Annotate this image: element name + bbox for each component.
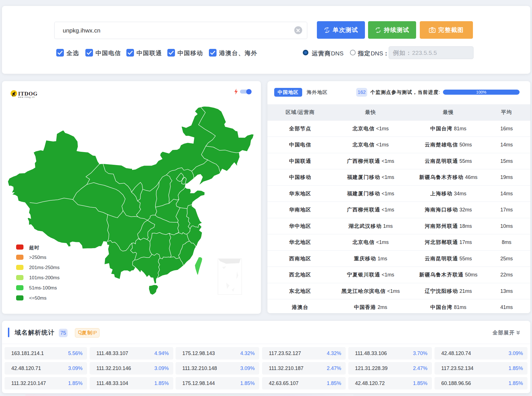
svg-text:ITDOG: ITDOG [18,91,38,97]
svg-text:1: 1 [326,28,328,31]
svg-text:www.itdog.cn: www.itdog.cn [18,96,35,98]
